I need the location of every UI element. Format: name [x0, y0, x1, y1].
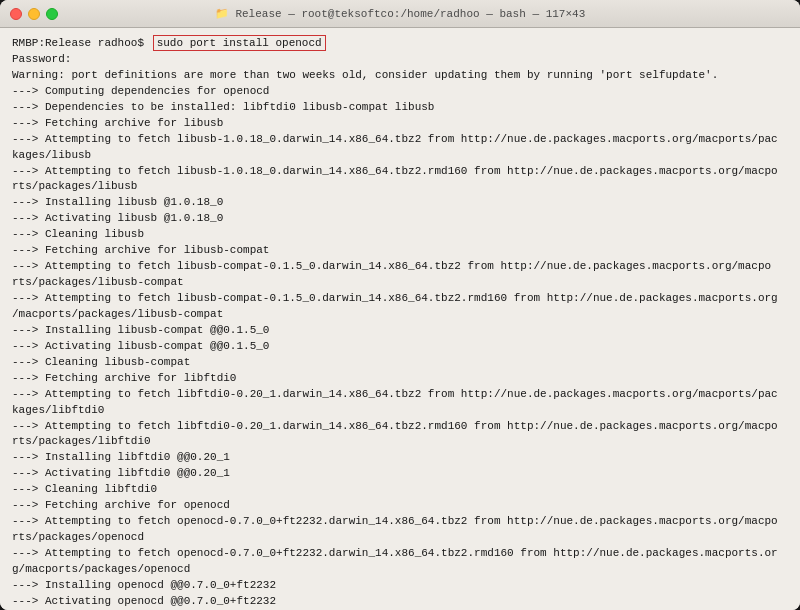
terminal-body[interactable]: RMBP:Release radhoo$ sudo port install o… — [0, 28, 800, 610]
output-fetch-openocd-archive: ---> Fetching archive for openocd — [12, 498, 788, 514]
maximize-button[interactable] — [46, 8, 58, 20]
output-activate-ftdi: ---> Activating libftdi0 @@0.20_1 — [12, 466, 788, 482]
output-fetch-openocd-1: ---> Attempting to fetch openocd-0.7.0_0… — [12, 514, 788, 530]
output-fetch-compat-1b: rts/packages/libusb-compat — [12, 275, 788, 291]
output-fetch-ftdi-2b: rts/packages/libftdi0 — [12, 434, 788, 450]
folder-icon: 📁 — [215, 8, 229, 20]
output-clean-ftdi: ---> Cleaning libftdi0 — [12, 482, 788, 498]
output-activate-libusb: ---> Activating libusb @1.0.18_0 — [12, 211, 788, 227]
output-fetch-openocd-2: ---> Attempting to fetch openocd-0.7.0_0… — [12, 546, 788, 562]
traffic-lights — [10, 8, 58, 20]
output-fetch-compat-2: ---> Attempting to fetch libusb-compat-0… — [12, 291, 788, 307]
output-fetch-libusb-2b: rts/packages/libusb — [12, 179, 788, 195]
minimize-button[interactable] — [28, 8, 40, 20]
output-computing: ---> Computing dependencies for openocd — [12, 84, 788, 100]
output-fetch-compat-2b: /macports/packages/libusb-compat — [12, 307, 788, 323]
output-install-compat: ---> Installing libusb-compat @@0.1.5_0 — [12, 323, 788, 339]
prompt-text: RMBP:Release radhoo$ — [12, 37, 151, 49]
output-activate-openocd: ---> Activating openocd @@0.7.0_0+ft2232 — [12, 594, 788, 610]
output-activate-compat: ---> Activating libusb-compat @@0.1.5_0 — [12, 339, 788, 355]
output-install-openocd: ---> Installing openocd @@0.7.0_0+ft2232 — [12, 578, 788, 594]
window-title: 📁 Release — root@teksoftco:/home/radhoo … — [215, 7, 585, 20]
output-fetch-ftdi-1b: kages/libftdi0 — [12, 403, 788, 419]
output-fetch-compat-1: ---> Attempting to fetch libusb-compat-0… — [12, 259, 788, 275]
output-install-ftdi: ---> Installing libftdi0 @@0.20_1 — [12, 450, 788, 466]
prompt-line: RMBP:Release radhoo$ sudo port install o… — [12, 36, 788, 52]
output-fetch-openocd-1b: rts/packages/openocd — [12, 530, 788, 546]
output-fetch-libusb-archive: ---> Fetching archive for libusb — [12, 116, 788, 132]
close-button[interactable] — [10, 8, 22, 20]
terminal-window: 📁 Release — root@teksoftco:/home/radhoo … — [0, 0, 800, 610]
output-clean-compat: ---> Cleaning libusb-compat — [12, 355, 788, 371]
output-fetch-libusb-2: ---> Attempting to fetch libusb-1.0.18_0… — [12, 164, 788, 180]
output-fetch-compat-archive: ---> Fetching archive for libusb-compat — [12, 243, 788, 259]
output-fetch-libusb-1: ---> Attempting to fetch libusb-1.0.18_0… — [12, 132, 788, 148]
output-clean-libusb: ---> Cleaning libusb — [12, 227, 788, 243]
output-fetch-openocd-2b: g/macports/packages/openocd — [12, 562, 788, 578]
output-fetch-ftdi-archive: ---> Fetching archive for libftdi0 — [12, 371, 788, 387]
output-deps: ---> Dependencies to be installed: libft… — [12, 100, 788, 116]
output-password: Password: — [12, 52, 788, 68]
output-fetch-ftdi-1: ---> Attempting to fetch libftdi0-0.20_1… — [12, 387, 788, 403]
output-fetch-libusb-1b: kages/libusb — [12, 148, 788, 164]
output-warning: Warning: port definitions are more than … — [12, 68, 788, 84]
command-box: sudo port install openocd — [153, 35, 326, 51]
output-install-libusb: ---> Installing libusb @1.0.18_0 — [12, 195, 788, 211]
titlebar: 📁 Release — root@teksoftco:/home/radhoo … — [0, 0, 800, 28]
output-fetch-ftdi-2: ---> Attempting to fetch libftdi0-0.20_1… — [12, 419, 788, 435]
